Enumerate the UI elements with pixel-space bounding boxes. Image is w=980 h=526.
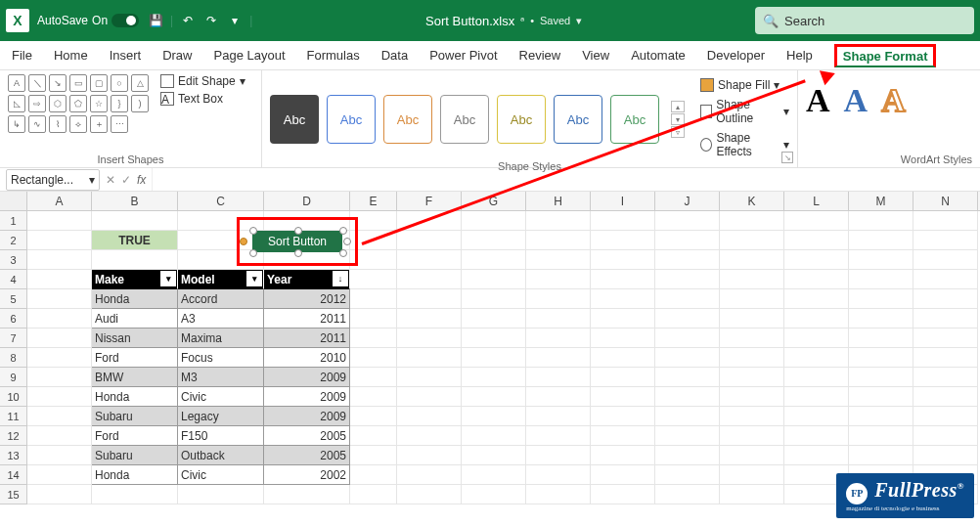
cell[interactable] — [264, 485, 350, 504]
cell[interactable] — [784, 407, 849, 426]
cell[interactable] — [655, 446, 720, 465]
cell[interactable] — [913, 368, 978, 387]
table-header[interactable]: Model▾ — [178, 270, 264, 289]
row-header[interactable]: 13 — [0, 446, 27, 465]
cell[interactable] — [655, 329, 720, 348]
cell[interactable]: M3 — [178, 368, 264, 387]
enter-icon[interactable]: ✓ — [121, 173, 131, 187]
cell[interactable] — [913, 348, 978, 368]
tab-view[interactable]: View — [582, 44, 609, 66]
cell[interactable] — [784, 368, 849, 387]
rotate-handle-icon[interactable] — [240, 238, 247, 245]
cell[interactable] — [784, 426, 849, 446]
shape-paren-icon[interactable]: ) — [131, 95, 149, 112]
cell[interactable] — [591, 387, 655, 407]
name-box[interactable]: Rectangle... ▾ — [6, 169, 100, 191]
cell[interactable] — [784, 309, 849, 329]
autosave-toggle[interactable]: AutoSave On — [37, 14, 139, 27]
cell[interactable] — [462, 329, 526, 348]
select-all-corner[interactable] — [0, 192, 27, 210]
cell[interactable]: F150 — [178, 426, 264, 446]
tab-developer[interactable]: Developer — [707, 44, 765, 66]
cell[interactable] — [350, 309, 397, 329]
row-header[interactable]: 9 — [0, 368, 27, 387]
cell[interactable]: 2012 — [264, 289, 350, 309]
cell[interactable] — [92, 250, 178, 270]
cell[interactable]: BMW — [92, 368, 178, 387]
cell[interactable]: 2011 — [264, 329, 350, 348]
cell[interactable] — [591, 289, 655, 309]
cell[interactable]: Subaru — [92, 446, 178, 465]
tab-home[interactable]: Home — [54, 44, 88, 66]
text-box-button[interactable]: AText Box — [160, 92, 245, 106]
cell[interactable] — [526, 465, 591, 485]
row-header[interactable]: 2 — [0, 231, 27, 250]
cell[interactable] — [784, 387, 849, 407]
shape-line-icon[interactable]: ＼ — [28, 74, 46, 92]
col-I[interactable]: I — [591, 192, 655, 210]
shape-curve-icon[interactable]: ∿ — [28, 115, 46, 133]
col-N[interactable]: N — [913, 192, 978, 210]
cancel-icon[interactable]: ✕ — [106, 173, 115, 187]
col-J[interactable]: J — [655, 192, 720, 210]
col-C[interactable]: C — [178, 192, 264, 210]
cell[interactable] — [526, 211, 591, 231]
cell[interactable] — [849, 407, 913, 426]
cell[interactable] — [913, 309, 978, 329]
cell[interactable] — [397, 309, 462, 329]
cell[interactable] — [849, 289, 913, 309]
cell[interactable] — [720, 348, 784, 368]
style-preset-2[interactable]: Abc — [327, 95, 376, 144]
cell[interactable]: Accord — [178, 289, 264, 309]
cell[interactable] — [655, 465, 720, 485]
row-header[interactable]: 1 — [0, 211, 27, 231]
undo-icon[interactable]: ↶ — [179, 12, 197, 29]
cell[interactable]: Ford — [92, 348, 178, 368]
cell[interactable]: Maxima — [178, 329, 264, 348]
cell[interactable] — [462, 465, 526, 485]
cell[interactable] — [913, 231, 978, 250]
cell[interactable] — [720, 407, 784, 426]
row-header[interactable]: 6 — [0, 309, 27, 329]
cell[interactable] — [655, 250, 720, 270]
cell[interactable] — [27, 250, 92, 270]
cell[interactable] — [397, 387, 462, 407]
shape-roundrect-icon[interactable]: ▢ — [90, 74, 108, 92]
col-M[interactable]: M — [849, 192, 913, 210]
row-header[interactable]: 3 — [0, 250, 27, 270]
cell[interactable] — [913, 387, 978, 407]
row-header[interactable]: 15 — [0, 485, 27, 504]
cell[interactable] — [397, 426, 462, 446]
cell[interactable] — [913, 426, 978, 446]
cell[interactable] — [655, 270, 720, 289]
cell[interactable] — [526, 329, 591, 348]
cell[interactable] — [913, 407, 978, 426]
cell[interactable] — [526, 446, 591, 465]
cell[interactable] — [526, 348, 591, 368]
resize-handle[interactable] — [249, 249, 257, 257]
cell[interactable] — [526, 387, 591, 407]
shape-textbox-icon[interactable]: A — [8, 74, 25, 92]
shape-arrow-icon[interactable]: ↘ — [49, 74, 67, 92]
cell[interactable]: Civic — [178, 465, 264, 485]
cell[interactable]: Legacy — [178, 407, 264, 426]
cell[interactable] — [720, 465, 784, 485]
cell[interactable] — [350, 289, 397, 309]
resize-handle[interactable] — [339, 249, 347, 257]
cell[interactable] — [526, 309, 591, 329]
cell[interactable] — [591, 309, 655, 329]
cell[interactable] — [591, 368, 655, 387]
cell[interactable] — [784, 289, 849, 309]
tab-automate[interactable]: Automate — [631, 44, 686, 66]
cell[interactable] — [849, 426, 913, 446]
cell[interactable]: 2009 — [264, 407, 350, 426]
cell[interactable] — [462, 368, 526, 387]
cell[interactable] — [462, 426, 526, 446]
cell[interactable]: 2002 — [264, 465, 350, 485]
cell[interactable]: Nissan — [92, 329, 178, 348]
cell[interactable]: 2005 — [264, 426, 350, 446]
cell[interactable] — [526, 289, 591, 309]
cell[interactable] — [526, 485, 591, 504]
cell[interactable] — [27, 387, 92, 407]
cell[interactable]: Honda — [92, 289, 178, 309]
